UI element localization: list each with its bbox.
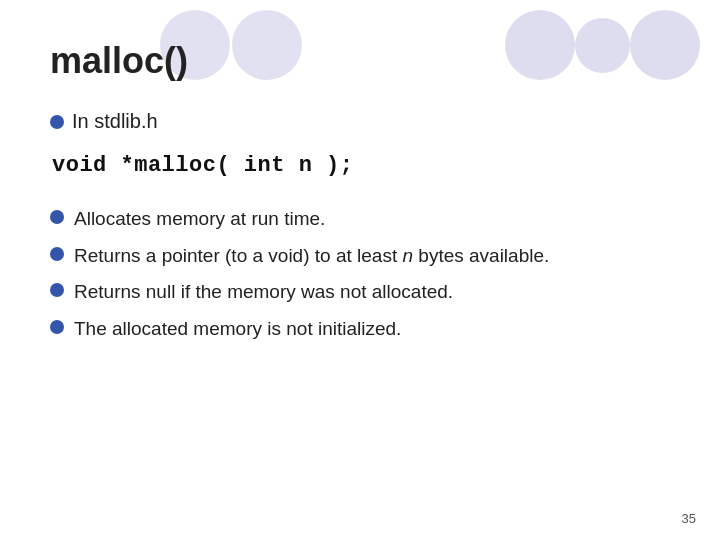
list-item-3: Returns null if the memory was not alloc… [50, 279, 670, 306]
list-item-2: Returns a pointer (to a void) to at leas… [50, 243, 670, 270]
subtitle-text: In stdlib.h [72, 110, 158, 133]
list-item-2-text: Returns a pointer (to a void) to at leas… [74, 243, 549, 270]
list-item-4-text: The allocated memory is not initialized. [74, 316, 401, 343]
bullet-dot-4 [50, 320, 64, 334]
bullet-dot-2 [50, 247, 64, 261]
slide-title: malloc() [50, 40, 670, 82]
bullet-list: Allocates memory at run time. Returns a … [50, 206, 670, 342]
list-item-3-text: Returns null if the memory was not alloc… [74, 279, 453, 306]
slide-container: malloc() In stdlib.h void *malloc( int n… [0, 0, 720, 540]
subtitle-bullet [50, 115, 64, 129]
bullet-dot-1 [50, 210, 64, 224]
code-block: void *malloc( int n ); [52, 153, 670, 178]
subtitle-line: In stdlib.h [50, 110, 670, 133]
bullet-dot-3 [50, 283, 64, 297]
list-item-1: Allocates memory at run time. [50, 206, 670, 233]
list-item-1-text: Allocates memory at run time. [74, 206, 325, 233]
page-number: 35 [682, 511, 696, 526]
list-item-4: The allocated memory is not initialized. [50, 316, 670, 343]
